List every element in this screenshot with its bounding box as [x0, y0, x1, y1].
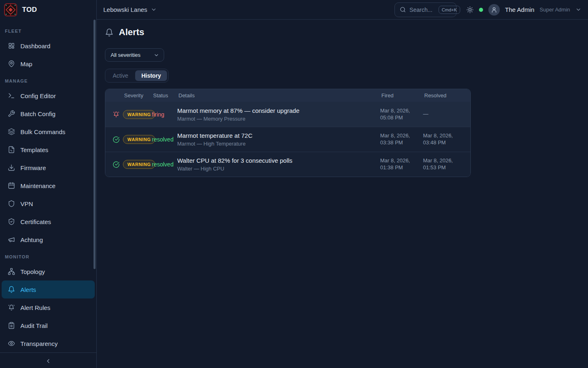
status-text: resolved	[152, 161, 177, 168]
global-search[interactable]: Cmd+K	[394, 2, 457, 17]
alerts-table: Severity Status Details Fired Resolved W…	[105, 89, 471, 177]
search-input[interactable]	[410, 7, 435, 13]
user-name: The Admin	[505, 6, 535, 13]
sidebar-scrollbar-thumb[interactable]	[94, 20, 96, 269]
alert-details: Walter CPU at 82% for 3 consecutive poll…	[177, 157, 380, 172]
org-name: Lebowski Lanes	[103, 6, 147, 13]
column-header-details: Details	[177, 92, 380, 99]
section-label-fleet: FLEET	[0, 23, 96, 37]
user-avatar[interactable]	[488, 4, 500, 16]
circle-check-icon	[113, 161, 123, 168]
severity-badge: WARNING	[123, 160, 155, 169]
table-row[interactable]: WARNING resolved Marmot temperature at 7…	[105, 127, 470, 152]
severity-badge: WARNING	[123, 135, 155, 144]
brand-area: TOD	[0, 0, 97, 20]
chevron-left-icon	[45, 358, 51, 364]
alert-title: Walter CPU at 82% for 3 consecutive poll…	[177, 157, 380, 164]
dashboard-icon	[8, 42, 15, 49]
sidebar-item-certificates[interactable]: Certificates	[2, 213, 95, 231]
table-header: Severity Status Details Fired Resolved	[105, 89, 470, 102]
tab-history[interactable]: History	[135, 70, 167, 81]
calendar-icon	[8, 182, 15, 189]
sidebar-item-map[interactable]: Map	[2, 55, 95, 73]
sidebar-item-label: Alerts	[20, 286, 36, 293]
sidebar-item-maintenance[interactable]: Maintenance	[2, 177, 95, 195]
sidebar-item-alert-rules[interactable]: Alert Rules	[2, 298, 95, 316]
sidebar-item-label: Batch Config	[20, 110, 56, 117]
sidebar-item-label: Certificates	[20, 218, 51, 225]
page-title: Alerts	[119, 27, 144, 38]
column-header-resolved: Resolved	[423, 92, 464, 99]
user-menu-chevron-icon[interactable]	[575, 7, 581, 13]
bell-ring-icon	[8, 304, 15, 311]
main-content: Alerts All severities Active History Sev…	[97, 20, 588, 368]
status-text: resolved	[152, 136, 177, 143]
app-name: TOD	[22, 6, 37, 14]
alert-title: Marmot memory at 87% — consider upgrade	[177, 107, 380, 114]
sidebar-item-achtung[interactable]: Achtung	[2, 231, 95, 249]
table-row[interactable]: WARNING firing Marmot memory at 87% — co…	[105, 102, 470, 127]
sidebar-item-label: Maintenance	[20, 182, 56, 189]
sidebar-item-label: Alert Rules	[20, 304, 50, 311]
sun-icon[interactable]	[466, 6, 474, 13]
sidebar-item-config-editor[interactable]: Config Editor	[2, 87, 95, 105]
bell-icon	[105, 28, 114, 37]
online-status-dot	[479, 8, 483, 12]
sidebar-item-label: Map	[20, 61, 32, 67]
sidebar-item-label: Achtung	[20, 236, 43, 243]
sidebar-item-alerts[interactable]: Alerts	[2, 280, 95, 298]
network-icon	[8, 268, 15, 275]
sidebar-item-label: Dashboard	[20, 43, 50, 49]
wrench-icon	[8, 110, 15, 117]
column-header-severity: Severity	[123, 92, 152, 99]
severity-filter-select[interactable]: All severities	[105, 48, 164, 62]
chevron-down-icon	[151, 7, 157, 13]
alert-subtitle: Marmot — High Temperature	[177, 141, 380, 147]
sidebar-nav: FLEET Dashboard Map MANAGE Config Editor	[0, 20, 96, 352]
chevron-down-icon	[154, 52, 159, 58]
column-header-fired: Fired	[380, 92, 423, 99]
download-icon	[8, 164, 15, 171]
severity-badge: WARNING	[123, 110, 155, 119]
search-icon	[400, 7, 406, 13]
sidebar-item-label: Audit Trail	[20, 322, 48, 329]
sidebar-item-audit-trail[interactable]: Audit Trail	[2, 316, 95, 334]
clipboard-icon	[8, 322, 15, 329]
sidebar-item-label: Topology	[20, 268, 45, 275]
sidebar-item-label: VPN	[20, 200, 33, 207]
sidebar-item-label: Firmware	[20, 164, 46, 171]
sidebar-item-label: Config Editor	[20, 92, 56, 99]
section-label-monitor: MONITOR	[0, 249, 96, 263]
resolved-time: Mar 8, 2026, 03:48 PM	[423, 132, 464, 146]
sidebar-item-transparency[interactable]: Transparency	[2, 334, 95, 352]
fired-time: Mar 8, 2026, 01:38 PM	[380, 157, 423, 171]
bell-ring-icon	[113, 111, 123, 118]
sidebar-collapse-button[interactable]	[0, 352, 96, 368]
sidebar-item-label: Transparency	[20, 340, 58, 347]
status-text: firing	[152, 111, 177, 118]
bell-icon	[8, 286, 15, 293]
eye-icon	[8, 340, 15, 347]
sidebar-item-batch-config[interactable]: Batch Config	[2, 105, 95, 123]
sidebar-item-vpn[interactable]: VPN	[2, 195, 95, 213]
alert-details: Marmot memory at 87% — consider upgrade …	[177, 107, 380, 122]
megaphone-icon	[8, 236, 15, 243]
alert-title: Marmot temperature at 72C	[177, 132, 380, 139]
topbar: Lebowski Lanes Cmd+K The Admin Super Adm…	[97, 0, 588, 20]
fired-time: Mar 8, 2026, 03:38 PM	[380, 132, 423, 146]
page-header: Alerts	[105, 27, 588, 38]
sidebar-item-dashboard[interactable]: Dashboard	[2, 37, 95, 55]
sidebar-item-topology[interactable]: Topology	[2, 263, 95, 280]
table-row[interactable]: WARNING resolved Walter CPU at 82% for 3…	[105, 152, 470, 177]
sidebar-item-label: Bulk Commands	[20, 128, 65, 135]
sidebar: FLEET Dashboard Map MANAGE Config Editor	[0, 20, 97, 368]
sidebar-item-bulk-commands[interactable]: Bulk Commands	[2, 123, 95, 141]
alert-subtitle: Walter — High CPU	[177, 166, 380, 172]
map-pin-icon	[8, 60, 15, 67]
topbar-right: The Admin Super Admin	[466, 4, 581, 16]
sidebar-item-templates[interactable]: Templates	[2, 141, 95, 159]
sidebar-item-firmware[interactable]: Firmware	[2, 159, 95, 177]
org-switcher[interactable]: Lebowski Lanes	[103, 6, 157, 13]
fired-time: Mar 8, 2026, 05:08 PM	[380, 108, 423, 121]
tab-active[interactable]: Active	[107, 70, 134, 81]
